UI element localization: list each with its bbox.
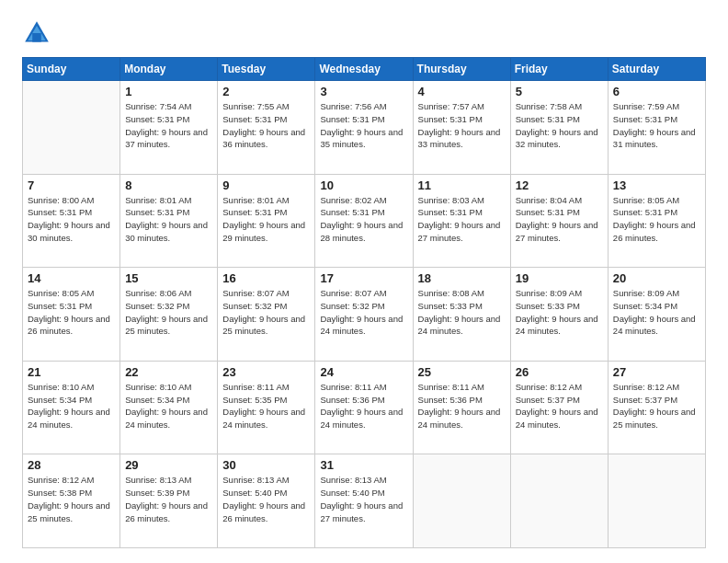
- day-info: Sunrise: 8:05 AM Sunset: 5:31 PM Dayligh…: [28, 287, 115, 338]
- logo: [22, 18, 55, 48]
- calendar-week-row: 28Sunrise: 8:12 AM Sunset: 5:38 PM Dayli…: [23, 454, 706, 548]
- day-number: 21: [28, 365, 115, 379]
- weekday-header-cell: Wednesday: [315, 58, 413, 81]
- day-number: 26: [516, 365, 603, 379]
- calendar-week-row: 14Sunrise: 8:05 AM Sunset: 5:31 PM Dayli…: [23, 268, 706, 362]
- weekday-header-cell: Friday: [510, 58, 608, 81]
- calendar-day-cell: 27Sunrise: 8:12 AM Sunset: 5:37 PM Dayli…: [608, 361, 705, 454]
- day-number: 1: [125, 85, 212, 98]
- calendar-day-cell: 25Sunrise: 8:11 AM Sunset: 5:36 PM Dayli…: [413, 361, 510, 454]
- day-number: 18: [418, 271, 506, 285]
- day-info: Sunrise: 8:12 AM Sunset: 5:38 PM Dayligh…: [28, 474, 115, 524]
- calendar-day-cell: 31Sunrise: 8:13 AM Sunset: 5:40 PM Dayli…: [315, 454, 413, 548]
- calendar-day-cell: 30Sunrise: 8:13 AM Sunset: 5:40 PM Dayli…: [218, 454, 315, 548]
- day-info: Sunrise: 8:02 AM Sunset: 5:31 PM Dayligh…: [320, 194, 407, 245]
- calendar-day-cell: [608, 454, 705, 548]
- weekday-header-cell: Thursday: [413, 58, 510, 81]
- day-info: Sunrise: 8:07 AM Sunset: 5:32 PM Dayligh…: [222, 287, 310, 338]
- day-number: 4: [418, 85, 506, 98]
- calendar-day-cell: [413, 454, 510, 548]
- day-number: 10: [320, 178, 407, 192]
- day-number: 30: [222, 458, 310, 472]
- day-info: Sunrise: 8:11 AM Sunset: 5:36 PM Dayligh…: [418, 381, 506, 431]
- calendar-day-cell: 11Sunrise: 8:03 AM Sunset: 5:31 PM Dayli…: [413, 174, 510, 268]
- day-number: 19: [516, 271, 603, 285]
- day-info: Sunrise: 8:06 AM Sunset: 5:32 PM Dayligh…: [125, 287, 212, 338]
- day-number: 13: [613, 178, 700, 192]
- day-number: 12: [516, 178, 603, 192]
- calendar-body: 1Sunrise: 7:54 AM Sunset: 5:31 PM Daylig…: [23, 81, 706, 548]
- day-info: Sunrise: 8:07 AM Sunset: 5:32 PM Dayligh…: [320, 287, 407, 338]
- day-info: Sunrise: 8:12 AM Sunset: 5:37 PM Dayligh…: [516, 381, 603, 431]
- day-info: Sunrise: 8:13 AM Sunset: 5:40 PM Dayligh…: [320, 474, 407, 524]
- calendar-day-cell: 2Sunrise: 7:55 AM Sunset: 5:31 PM Daylig…: [218, 81, 315, 175]
- calendar-week-row: 7Sunrise: 8:00 AM Sunset: 5:31 PM Daylig…: [23, 174, 706, 268]
- day-info: Sunrise: 8:12 AM Sunset: 5:37 PM Dayligh…: [613, 381, 700, 431]
- day-info: Sunrise: 7:55 AM Sunset: 5:31 PM Dayligh…: [222, 100, 310, 151]
- weekday-header-cell: Tuesday: [218, 58, 315, 81]
- calendar-day-cell: 17Sunrise: 8:07 AM Sunset: 5:32 PM Dayli…: [315, 268, 413, 362]
- day-number: 31: [320, 458, 407, 472]
- day-info: Sunrise: 8:13 AM Sunset: 5:39 PM Dayligh…: [125, 474, 212, 524]
- calendar-day-cell: 26Sunrise: 8:12 AM Sunset: 5:37 PM Dayli…: [510, 361, 608, 454]
- day-info: Sunrise: 8:08 AM Sunset: 5:33 PM Dayligh…: [418, 287, 506, 338]
- day-info: Sunrise: 8:09 AM Sunset: 5:34 PM Dayligh…: [613, 287, 700, 338]
- weekday-header-cell: Monday: [120, 58, 218, 81]
- calendar-day-cell: 13Sunrise: 8:05 AM Sunset: 5:31 PM Dayli…: [608, 174, 705, 268]
- day-number: 2: [222, 85, 310, 98]
- day-info: Sunrise: 8:11 AM Sunset: 5:36 PM Dayligh…: [320, 381, 407, 431]
- calendar-day-cell: 16Sunrise: 8:07 AM Sunset: 5:32 PM Dayli…: [218, 268, 315, 362]
- day-info: Sunrise: 8:10 AM Sunset: 5:34 PM Dayligh…: [125, 381, 212, 431]
- day-info: Sunrise: 8:11 AM Sunset: 5:35 PM Dayligh…: [222, 381, 310, 431]
- day-info: Sunrise: 8:01 AM Sunset: 5:31 PM Dayligh…: [222, 194, 310, 245]
- calendar-day-cell: 4Sunrise: 7:57 AM Sunset: 5:31 PM Daylig…: [413, 81, 510, 175]
- day-number: 23: [222, 365, 310, 379]
- day-number: 24: [320, 365, 407, 379]
- calendar-week-row: 1Sunrise: 7:54 AM Sunset: 5:31 PM Daylig…: [23, 81, 706, 175]
- day-number: 29: [125, 458, 212, 472]
- day-number: 16: [222, 271, 310, 285]
- day-number: 15: [125, 271, 212, 285]
- day-number: 9: [222, 178, 310, 192]
- calendar-day-cell: 7Sunrise: 8:00 AM Sunset: 5:31 PM Daylig…: [23, 174, 120, 268]
- calendar-day-cell: 19Sunrise: 8:09 AM Sunset: 5:33 PM Dayli…: [510, 268, 608, 362]
- day-number: 11: [418, 178, 506, 192]
- calendar-day-cell: 29Sunrise: 8:13 AM Sunset: 5:39 PM Dayli…: [120, 454, 218, 548]
- day-number: 5: [516, 85, 603, 98]
- calendar: SundayMondayTuesdayWednesdayThursdayFrid…: [22, 57, 706, 548]
- day-number: 3: [320, 85, 407, 98]
- day-info: Sunrise: 8:01 AM Sunset: 5:31 PM Dayligh…: [125, 194, 212, 245]
- day-info: Sunrise: 7:58 AM Sunset: 5:31 PM Dayligh…: [516, 100, 603, 151]
- calendar-day-cell: [510, 454, 608, 548]
- svg-rect-2: [32, 33, 41, 42]
- calendar-day-cell: 23Sunrise: 8:11 AM Sunset: 5:35 PM Dayli…: [218, 361, 315, 454]
- day-info: Sunrise: 7:59 AM Sunset: 5:31 PM Dayligh…: [613, 100, 700, 151]
- calendar-day-cell: 5Sunrise: 7:58 AM Sunset: 5:31 PM Daylig…: [510, 81, 608, 175]
- day-number: 27: [613, 365, 700, 379]
- calendar-day-cell: [23, 81, 120, 175]
- calendar-day-cell: 21Sunrise: 8:10 AM Sunset: 5:34 PM Dayli…: [23, 361, 120, 454]
- day-info: Sunrise: 7:54 AM Sunset: 5:31 PM Dayligh…: [125, 100, 212, 151]
- calendar-day-cell: 8Sunrise: 8:01 AM Sunset: 5:31 PM Daylig…: [120, 174, 218, 268]
- day-number: 20: [613, 271, 700, 285]
- day-info: Sunrise: 8:04 AM Sunset: 5:31 PM Dayligh…: [516, 194, 603, 245]
- calendar-day-cell: 22Sunrise: 8:10 AM Sunset: 5:34 PM Dayli…: [120, 361, 218, 454]
- day-number: 22: [125, 365, 212, 379]
- day-info: Sunrise: 8:10 AM Sunset: 5:34 PM Dayligh…: [28, 381, 115, 431]
- day-info: Sunrise: 8:09 AM Sunset: 5:33 PM Dayligh…: [516, 287, 603, 338]
- day-number: 7: [28, 178, 115, 192]
- calendar-day-cell: 3Sunrise: 7:56 AM Sunset: 5:31 PM Daylig…: [315, 81, 413, 175]
- calendar-day-cell: 20Sunrise: 8:09 AM Sunset: 5:34 PM Dayli…: [608, 268, 705, 362]
- day-number: 17: [320, 271, 407, 285]
- weekday-header-row: SundayMondayTuesdayWednesdayThursdayFrid…: [23, 58, 706, 81]
- calendar-day-cell: 10Sunrise: 8:02 AM Sunset: 5:31 PM Dayli…: [315, 174, 413, 268]
- calendar-day-cell: 15Sunrise: 8:06 AM Sunset: 5:32 PM Dayli…: [120, 268, 218, 362]
- calendar-day-cell: 18Sunrise: 8:08 AM Sunset: 5:33 PM Dayli…: [413, 268, 510, 362]
- day-number: 6: [613, 85, 700, 98]
- day-info: Sunrise: 7:56 AM Sunset: 5:31 PM Dayligh…: [320, 100, 407, 151]
- calendar-day-cell: 28Sunrise: 8:12 AM Sunset: 5:38 PM Dayli…: [23, 454, 120, 548]
- day-info: Sunrise: 8:05 AM Sunset: 5:31 PM Dayligh…: [613, 194, 700, 245]
- logo-icon: [22, 18, 51, 48]
- calendar-day-cell: 9Sunrise: 8:01 AM Sunset: 5:31 PM Daylig…: [218, 174, 315, 268]
- weekday-header-cell: Sunday: [23, 58, 120, 81]
